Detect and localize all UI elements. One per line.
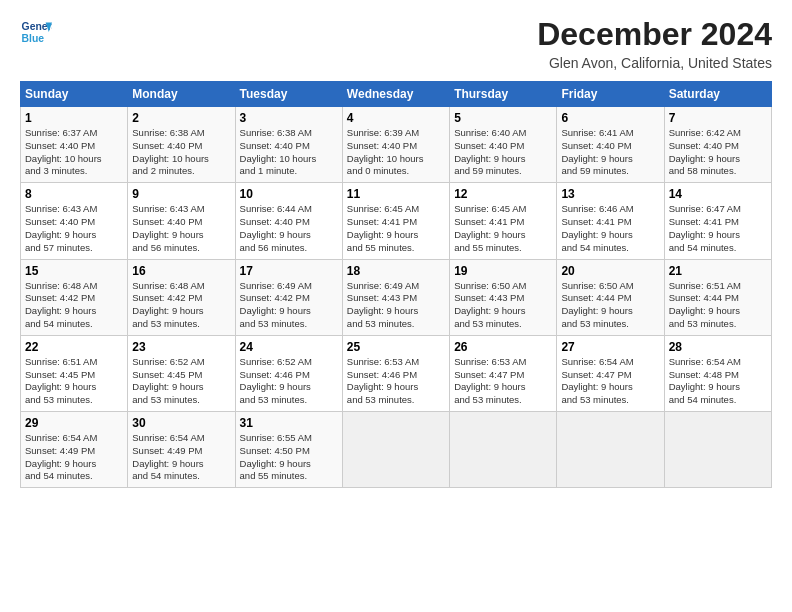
day-number: 5 xyxy=(454,111,552,125)
svg-text:Blue: Blue xyxy=(22,33,45,44)
table-row: 7Sunrise: 6:42 AMSunset: 4:40 PMDaylight… xyxy=(664,107,771,183)
table-row: 25Sunrise: 6:53 AMSunset: 4:46 PMDayligh… xyxy=(342,335,449,411)
col-saturday: Saturday xyxy=(664,82,771,107)
table-row: 31Sunrise: 6:55 AMSunset: 4:50 PMDayligh… xyxy=(235,412,342,488)
day-info: Sunrise: 6:52 AMSunset: 4:46 PMDaylight:… xyxy=(240,356,338,407)
table-row: 19Sunrise: 6:50 AMSunset: 4:43 PMDayligh… xyxy=(450,259,557,335)
day-number: 31 xyxy=(240,416,338,430)
table-row: 2Sunrise: 6:38 AMSunset: 4:40 PMDaylight… xyxy=(128,107,235,183)
calendar-table: Sunday Monday Tuesday Wednesday Thursday… xyxy=(20,81,772,488)
day-number: 1 xyxy=(25,111,123,125)
day-info: Sunrise: 6:43 AMSunset: 4:40 PMDaylight:… xyxy=(132,203,230,254)
table-row xyxy=(664,412,771,488)
table-row: 10Sunrise: 6:44 AMSunset: 4:40 PMDayligh… xyxy=(235,183,342,259)
day-number: 20 xyxy=(561,264,659,278)
day-info: Sunrise: 6:53 AMSunset: 4:47 PMDaylight:… xyxy=(454,356,552,407)
title-section: December 2024 Glen Avon, California, Uni… xyxy=(537,16,772,71)
day-number: 6 xyxy=(561,111,659,125)
table-row: 3Sunrise: 6:38 AMSunset: 4:40 PMDaylight… xyxy=(235,107,342,183)
table-row: 9Sunrise: 6:43 AMSunset: 4:40 PMDaylight… xyxy=(128,183,235,259)
col-thursday: Thursday xyxy=(450,82,557,107)
day-number: 14 xyxy=(669,187,767,201)
table-row: 17Sunrise: 6:49 AMSunset: 4:42 PMDayligh… xyxy=(235,259,342,335)
day-info: Sunrise: 6:48 AMSunset: 4:42 PMDaylight:… xyxy=(132,280,230,331)
day-number: 2 xyxy=(132,111,230,125)
table-row: 22Sunrise: 6:51 AMSunset: 4:45 PMDayligh… xyxy=(21,335,128,411)
calendar-week-1: 1Sunrise: 6:37 AMSunset: 4:40 PMDaylight… xyxy=(21,107,772,183)
day-info: Sunrise: 6:46 AMSunset: 4:41 PMDaylight:… xyxy=(561,203,659,254)
day-number: 28 xyxy=(669,340,767,354)
day-info: Sunrise: 6:44 AMSunset: 4:40 PMDaylight:… xyxy=(240,203,338,254)
day-number: 10 xyxy=(240,187,338,201)
day-info: Sunrise: 6:43 AMSunset: 4:40 PMDaylight:… xyxy=(25,203,123,254)
table-row: 27Sunrise: 6:54 AMSunset: 4:47 PMDayligh… xyxy=(557,335,664,411)
col-monday: Monday xyxy=(128,82,235,107)
table-row: 6Sunrise: 6:41 AMSunset: 4:40 PMDaylight… xyxy=(557,107,664,183)
day-number: 23 xyxy=(132,340,230,354)
col-tuesday: Tuesday xyxy=(235,82,342,107)
day-info: Sunrise: 6:38 AMSunset: 4:40 PMDaylight:… xyxy=(240,127,338,178)
table-row: 11Sunrise: 6:45 AMSunset: 4:41 PMDayligh… xyxy=(342,183,449,259)
table-row xyxy=(557,412,664,488)
table-row: 23Sunrise: 6:52 AMSunset: 4:45 PMDayligh… xyxy=(128,335,235,411)
day-number: 29 xyxy=(25,416,123,430)
day-info: Sunrise: 6:48 AMSunset: 4:42 PMDaylight:… xyxy=(25,280,123,331)
day-info: Sunrise: 6:49 AMSunset: 4:42 PMDaylight:… xyxy=(240,280,338,331)
table-row: 14Sunrise: 6:47 AMSunset: 4:41 PMDayligh… xyxy=(664,183,771,259)
calendar-week-3: 15Sunrise: 6:48 AMSunset: 4:42 PMDayligh… xyxy=(21,259,772,335)
day-number: 18 xyxy=(347,264,445,278)
day-info: Sunrise: 6:39 AMSunset: 4:40 PMDaylight:… xyxy=(347,127,445,178)
day-info: Sunrise: 6:54 AMSunset: 4:49 PMDaylight:… xyxy=(25,432,123,483)
col-sunday: Sunday xyxy=(21,82,128,107)
day-number: 19 xyxy=(454,264,552,278)
day-number: 16 xyxy=(132,264,230,278)
day-info: Sunrise: 6:51 AMSunset: 4:44 PMDaylight:… xyxy=(669,280,767,331)
day-number: 9 xyxy=(132,187,230,201)
day-number: 15 xyxy=(25,264,123,278)
day-info: Sunrise: 6:37 AMSunset: 4:40 PMDaylight:… xyxy=(25,127,123,178)
day-info: Sunrise: 6:54 AMSunset: 4:47 PMDaylight:… xyxy=(561,356,659,407)
table-row: 8Sunrise: 6:43 AMSunset: 4:40 PMDaylight… xyxy=(21,183,128,259)
table-row: 16Sunrise: 6:48 AMSunset: 4:42 PMDayligh… xyxy=(128,259,235,335)
table-row: 1Sunrise: 6:37 AMSunset: 4:40 PMDaylight… xyxy=(21,107,128,183)
table-row xyxy=(342,412,449,488)
table-row: 26Sunrise: 6:53 AMSunset: 4:47 PMDayligh… xyxy=(450,335,557,411)
page-container: General Blue December 2024 Glen Avon, Ca… xyxy=(0,0,792,498)
day-info: Sunrise: 6:54 AMSunset: 4:49 PMDaylight:… xyxy=(132,432,230,483)
day-number: 3 xyxy=(240,111,338,125)
day-number: 21 xyxy=(669,264,767,278)
day-number: 7 xyxy=(669,111,767,125)
day-info: Sunrise: 6:45 AMSunset: 4:41 PMDaylight:… xyxy=(454,203,552,254)
day-info: Sunrise: 6:41 AMSunset: 4:40 PMDaylight:… xyxy=(561,127,659,178)
col-wednesday: Wednesday xyxy=(342,82,449,107)
day-number: 30 xyxy=(132,416,230,430)
day-info: Sunrise: 6:47 AMSunset: 4:41 PMDaylight:… xyxy=(669,203,767,254)
table-row: 15Sunrise: 6:48 AMSunset: 4:42 PMDayligh… xyxy=(21,259,128,335)
calendar-header-row: Sunday Monday Tuesday Wednesday Thursday… xyxy=(21,82,772,107)
calendar-week-5: 29Sunrise: 6:54 AMSunset: 4:49 PMDayligh… xyxy=(21,412,772,488)
day-info: Sunrise: 6:45 AMSunset: 4:41 PMDaylight:… xyxy=(347,203,445,254)
day-info: Sunrise: 6:50 AMSunset: 4:43 PMDaylight:… xyxy=(454,280,552,331)
table-row: 29Sunrise: 6:54 AMSunset: 4:49 PMDayligh… xyxy=(21,412,128,488)
day-info: Sunrise: 6:51 AMSunset: 4:45 PMDaylight:… xyxy=(25,356,123,407)
table-row: 21Sunrise: 6:51 AMSunset: 4:44 PMDayligh… xyxy=(664,259,771,335)
day-info: Sunrise: 6:54 AMSunset: 4:48 PMDaylight:… xyxy=(669,356,767,407)
day-number: 11 xyxy=(347,187,445,201)
table-row: 5Sunrise: 6:40 AMSunset: 4:40 PMDaylight… xyxy=(450,107,557,183)
table-row: 20Sunrise: 6:50 AMSunset: 4:44 PMDayligh… xyxy=(557,259,664,335)
day-info: Sunrise: 6:49 AMSunset: 4:43 PMDaylight:… xyxy=(347,280,445,331)
day-number: 8 xyxy=(25,187,123,201)
subtitle: Glen Avon, California, United States xyxy=(537,55,772,71)
day-number: 25 xyxy=(347,340,445,354)
logo: General Blue xyxy=(20,16,52,48)
table-row: 24Sunrise: 6:52 AMSunset: 4:46 PMDayligh… xyxy=(235,335,342,411)
day-number: 17 xyxy=(240,264,338,278)
day-number: 22 xyxy=(25,340,123,354)
day-info: Sunrise: 6:55 AMSunset: 4:50 PMDaylight:… xyxy=(240,432,338,483)
logo-icon: General Blue xyxy=(20,16,52,48)
calendar-week-4: 22Sunrise: 6:51 AMSunset: 4:45 PMDayligh… xyxy=(21,335,772,411)
day-number: 27 xyxy=(561,340,659,354)
day-number: 12 xyxy=(454,187,552,201)
day-number: 26 xyxy=(454,340,552,354)
day-info: Sunrise: 6:40 AMSunset: 4:40 PMDaylight:… xyxy=(454,127,552,178)
